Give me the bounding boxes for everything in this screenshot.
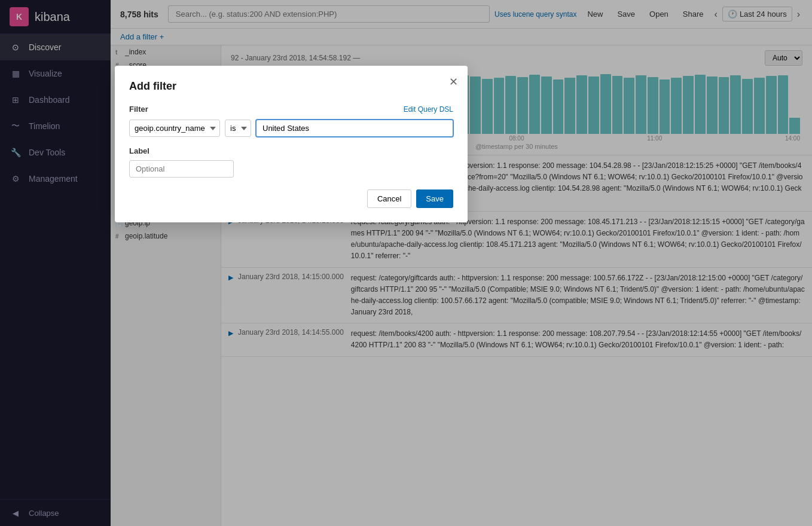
label-section-title: Label	[129, 146, 453, 155]
label-input[interactable]	[129, 160, 234, 178]
modal-close-button[interactable]: ✕	[449, 75, 458, 88]
filter-value-input[interactable]	[256, 120, 453, 137]
filter-operator-select[interactable]: is	[225, 120, 251, 137]
modal-actions: Cancel Save	[129, 189, 453, 208]
add-filter-modal: Add filter ✕ Filter Edit Query DSL geoip…	[115, 66, 468, 222]
filter-section-label: Filter	[129, 105, 148, 114]
modal-save-button[interactable]: Save	[416, 189, 453, 208]
filter-field-select[interactable]: geoip.country_name	[129, 120, 220, 137]
modal-title: Add filter	[129, 80, 453, 93]
edit-dsl-link[interactable]: Edit Query DSL	[404, 105, 453, 114]
modal-overlay: Add filter ✕ Filter Edit Query DSL geoip…	[0, 0, 812, 526]
cancel-button[interactable]: Cancel	[367, 189, 411, 208]
filter-row: geoip.country_name is	[129, 120, 453, 137]
